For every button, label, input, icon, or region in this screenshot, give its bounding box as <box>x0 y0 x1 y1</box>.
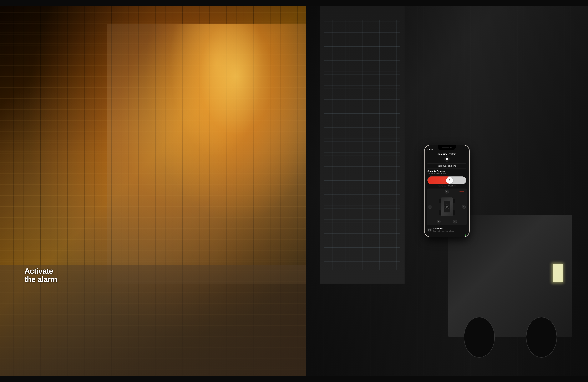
crane-area <box>107 24 201 113</box>
left-panel: Activate the alarm <box>0 6 201 113</box>
building-left <box>0 6 116 113</box>
main-content: Activate the alarm <box>0 6 201 113</box>
top-bar <box>0 0 201 6</box>
